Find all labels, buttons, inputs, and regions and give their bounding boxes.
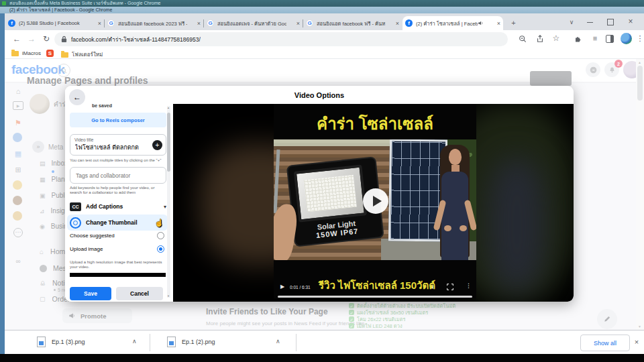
folder-icon bbox=[61, 52, 68, 58]
tab-close-icon[interactable]: × bbox=[297, 20, 300, 27]
new-tab-button[interactable]: + bbox=[509, 18, 518, 27]
tab-close-icon[interactable]: × bbox=[497, 20, 500, 27]
window-icon bbox=[2, 1, 6, 5]
download-chevron-icon[interactable]: ∧ bbox=[276, 338, 280, 345]
google-favicon: G bbox=[207, 19, 214, 27]
downloads-bar: Ep.1 (3).png ∧ Ep.1 (2).png ∧ Show all × bbox=[5, 330, 644, 354]
bookmark-imacros[interactable]: iMacros bbox=[11, 50, 41, 56]
extensions-puzzle-icon[interactable] bbox=[572, 34, 583, 44]
panel-scrollbar[interactable]: ▲ ▼ bbox=[167, 106, 170, 298]
video-overlay-title: คำร่า โซล่าเซลล์ bbox=[274, 111, 476, 137]
tab-google-search-1[interactable]: G สอนยิงแอด facebook 2023 ฟรี - ค้.. × bbox=[105, 16, 203, 30]
forward-icon[interactable]: → bbox=[26, 34, 37, 44]
side-panel-icon[interactable] bbox=[606, 35, 614, 43]
video-caption: รีวิว ไฟโซล่าเซลล์ 150วัตต์ bbox=[292, 278, 462, 294]
add-captions-row[interactable]: CC Add Captions ▾ bbox=[70, 200, 166, 213]
choose-suggested-label: Choose suggested bbox=[70, 233, 115, 239]
save-button[interactable]: Save bbox=[70, 287, 111, 300]
tags-card bbox=[70, 167, 166, 184]
chevron-down-icon: ▾ bbox=[164, 204, 166, 210]
image-file-icon bbox=[167, 337, 176, 347]
bookmark-star-icon[interactable]: ☆ bbox=[551, 33, 561, 44]
tab-google-search-3[interactable]: G สอนยิงแอด facebook ฟรี - ค้นหาด้.. × bbox=[303, 16, 402, 30]
tab-search-chevron-icon[interactable]: ∨ bbox=[567, 17, 576, 27]
tab-close-icon[interactable]: × bbox=[396, 20, 399, 27]
menu-dots-icon[interactable]: ⋮ bbox=[636, 33, 644, 44]
player-progress-bar[interactable] bbox=[278, 296, 472, 298]
screen: สอนยิงแอดเบื้องต้น Meta Business Suite เ… bbox=[0, 0, 644, 362]
upload-hint: Upload a high resolution image that best… bbox=[70, 260, 166, 269]
thumbnail-disc-icon bbox=[70, 217, 81, 229]
player-play-icon[interactable]: ▶ bbox=[280, 284, 284, 290]
title-hint: You can test out multiple titles by clic… bbox=[70, 158, 168, 163]
cc-icon: CC bbox=[70, 202, 81, 211]
presenter-hand-right bbox=[460, 225, 467, 231]
share-icon[interactable] bbox=[535, 34, 545, 44]
video-title-input[interactable] bbox=[74, 143, 150, 152]
tab-label: (2) SJ88 Studio | Facebook bbox=[19, 20, 88, 26]
back-icon[interactable]: ← bbox=[11, 34, 22, 44]
presenter-hand-left bbox=[444, 225, 451, 231]
tab-sj88-studio[interactable]: f (2) SJ88 Studio | Facebook × bbox=[5, 16, 104, 30]
video-title-card: Video title + bbox=[70, 134, 166, 156]
address-bar[interactable]: facebook.com/คำร่า-โซล่าเซลล์-1148477581… bbox=[54, 32, 508, 46]
change-thumbnail-row[interactable]: Change Thumbnail ☝ bbox=[67, 215, 168, 231]
downloads-close-icon[interactable]: × bbox=[631, 337, 642, 347]
zoom-icon[interactable] bbox=[517, 34, 528, 44]
upload-image-label: Upload image bbox=[70, 246, 103, 252]
download-separator bbox=[296, 334, 297, 351]
background-window-titlebar-2[interactable]: (2) คำร่า โซลาเซลล์ | Facebook - Google … bbox=[0, 7, 644, 13]
window-close-button[interactable]: × bbox=[626, 17, 635, 26]
bookmark-label: iMacros bbox=[22, 50, 41, 56]
choose-suggested-option[interactable]: Choose suggested bbox=[70, 232, 164, 239]
tags-input[interactable] bbox=[74, 172, 163, 180]
facebook-favicon: f bbox=[405, 19, 413, 27]
upload-image-option[interactable]: Upload image bbox=[70, 245, 164, 253]
play-button[interactable] bbox=[363, 188, 388, 214]
background-window-titlebar-1[interactable]: สอนยิงแอดเบื้องต้น Meta Business Suite เ… bbox=[0, 0, 644, 7]
tab-bar: f (2) SJ88 Studio | Facebook × G สอนยิงแ… bbox=[5, 13, 644, 30]
bookmark-label: โฟลเดอร์ใหม่ bbox=[72, 50, 103, 59]
radio-unselected-icon[interactable] bbox=[157, 232, 164, 239]
tab-label: สอนยิงแอดเพจ - ค้นหาด้วย Google bbox=[217, 19, 286, 27]
scrollbar-thumb[interactable] bbox=[167, 113, 170, 172]
tab-label: (2) คำร่า โซลาเซลล์ | Facebook bbox=[416, 19, 478, 27]
lock-icon bbox=[61, 36, 67, 43]
player-menu-dots-icon[interactable]: ⋮ bbox=[466, 282, 472, 289]
tab-google-search-2[interactable]: G สอนยิงแอดเพจ - ค้นหาด้วย Google × bbox=[204, 16, 303, 30]
bottom-black-strip bbox=[0, 354, 644, 362]
floodlight-led-grid bbox=[304, 175, 357, 212]
radio-selected-icon[interactable] bbox=[157, 245, 164, 253]
minimize-button[interactable] bbox=[587, 22, 593, 23]
bookmark-new-folder[interactable]: โฟลเดอร์ใหม่ bbox=[61, 50, 103, 59]
bookmark-shopee-icon[interactable]: S bbox=[46, 50, 54, 57]
add-title-plus-icon[interactable]: + bbox=[152, 140, 162, 150]
reading-list-icon[interactable]: ≡ bbox=[590, 33, 600, 44]
tab-label: สอนยิงแอด facebook 2023 ฟรี - ค้.. bbox=[118, 19, 187, 27]
tab-close-icon[interactable]: × bbox=[197, 20, 201, 27]
google-favicon: G bbox=[306, 19, 313, 27]
scroll-up-arrow[interactable]: ▲ bbox=[167, 106, 170, 109]
play-triangle-icon bbox=[373, 196, 382, 206]
reload-icon[interactable]: ↻ bbox=[41, 34, 52, 44]
presenter-face bbox=[449, 149, 462, 165]
download-item-2[interactable]: Ep.1 (2).png bbox=[167, 337, 215, 347]
download-item-1[interactable]: Ep.1 (3).png bbox=[37, 337, 85, 347]
modal-back-button[interactable]: ← bbox=[69, 89, 85, 105]
facebook-page: facebook 2 Manage Pages and profiles ⌂ ▶… bbox=[5, 59, 644, 330]
go-to-reels-link[interactable]: Go to Reels composer bbox=[70, 113, 166, 127]
video-player[interactable]: คำร่า โซล่าเซลล์ bbox=[274, 104, 476, 298]
video-options-modal: Video Options คำร่า โซล่าเซลล์ bbox=[65, 86, 574, 302]
tab-close-icon[interactable]: × bbox=[98, 20, 101, 27]
scroll-down-arrow[interactable]: ▼ bbox=[167, 294, 170, 298]
url-text: facebook.com/คำร่า-โซล่าเซลล์-1148477581… bbox=[71, 35, 201, 44]
download-chevron-icon[interactable]: ∧ bbox=[132, 338, 137, 345]
video-stage: คำร่า โซล่าเซลล์ bbox=[173, 104, 574, 302]
show-all-button[interactable]: Show all bbox=[580, 335, 630, 351]
profile-avatar[interactable] bbox=[621, 33, 632, 44]
tab-audio-icon[interactable] bbox=[478, 20, 484, 26]
cancel-button[interactable]: Cancel bbox=[116, 287, 163, 300]
maximize-button[interactable] bbox=[607, 19, 614, 25]
tab-active-kamra-solarcell[interactable]: f (2) คำร่า โซลาเซลล์ | Facebook × bbox=[402, 16, 503, 30]
change-thumbnail-label: Change Thumbnail bbox=[86, 219, 138, 226]
